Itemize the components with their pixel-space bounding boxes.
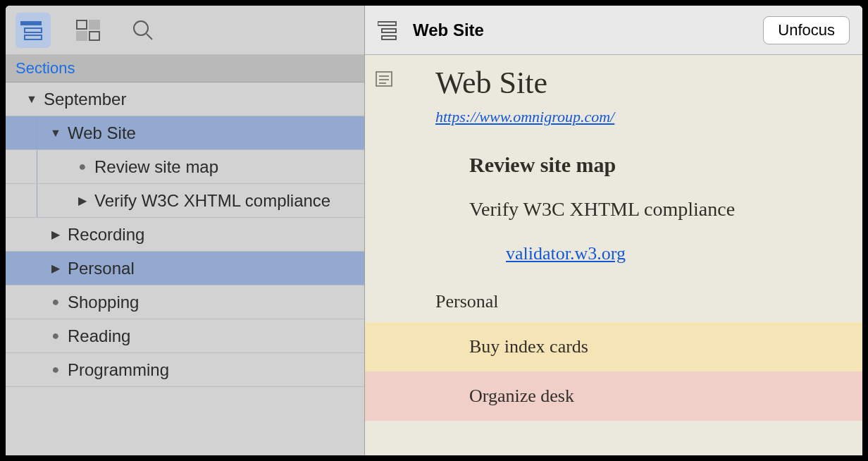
tree-label: Personal: [68, 259, 359, 278]
tree-label: September: [44, 90, 359, 109]
main-header-title: Web Site: [413, 20, 763, 40]
doc-url-row: https://www.omnigroup.com/: [365, 101, 862, 142]
svg-rect-10: [378, 22, 396, 25]
sections-view-button[interactable]: [16, 13, 51, 48]
bullet-icon: ●: [48, 362, 63, 377]
main-pane: Web Site Unfocus Web Site https://www.om…: [365, 6, 862, 455]
validator-link[interactable]: validator.w3.org: [506, 243, 626, 264]
disclosure-right-icon[interactable]: ▶: [48, 228, 63, 241]
section-personal[interactable]: Personal: [365, 284, 862, 322]
disclosure-right-icon[interactable]: ▶: [48, 262, 63, 275]
svg-rect-4: [77, 20, 87, 29]
sections-tree: ▼ September ▼ Web Site ● Review site map…: [6, 82, 364, 455]
svg-rect-12: [382, 36, 396, 39]
sections-header: Sections: [6, 55, 364, 82]
svg-rect-2: [25, 28, 42, 32]
svg-rect-1: [20, 21, 42, 25]
note-icon[interactable]: [375, 70, 393, 90]
bullet-icon: ●: [48, 295, 63, 309]
styles-icon: [76, 20, 100, 41]
sidebar: Sections ▼ September ▼ Web Site ● Review…: [6, 6, 365, 455]
bullet-icon: ●: [48, 328, 63, 343]
styles-view-button[interactable]: [70, 13, 106, 48]
search-icon: [132, 19, 154, 42]
item-buy-index-cards[interactable]: Buy index cards: [365, 322, 862, 371]
tree-row-shopping[interactable]: ● Shopping: [6, 285, 364, 319]
item-organize-desk[interactable]: Organize desk: [365, 371, 862, 421]
validator-link-row: validator.w3.org: [365, 230, 862, 284]
disclosure-right-icon[interactable]: ▶: [75, 194, 90, 207]
sidebar-toolbar: [6, 6, 364, 55]
document-content[interactable]: Web Site https://www.omnigroup.com/ Revi…: [365, 55, 862, 455]
svg-rect-3: [25, 35, 42, 39]
tree-label: Shopping: [68, 293, 359, 312]
svg-point-8: [134, 21, 148, 35]
svg-line-9: [147, 34, 152, 39]
tree-label: Review site map: [94, 157, 359, 177]
tree-label: Verify W3C XHTML compliance: [94, 191, 359, 211]
tree-row-recording[interactable]: ▶ Recording: [6, 218, 364, 252]
svg-rect-7: [89, 32, 99, 40]
tree-label: Web Site: [68, 123, 359, 143]
app-window: Sections ▼ September ▼ Web Site ● Review…: [6, 6, 862, 455]
main-header: Web Site Unfocus: [365, 6, 862, 55]
sections-header-label: Sections: [16, 59, 75, 77]
disclosure-down-icon[interactable]: ▼: [48, 127, 63, 140]
tree-row-reading[interactable]: ● Reading: [6, 319, 364, 353]
search-button[interactable]: [125, 13, 161, 48]
svg-rect-5: [89, 20, 99, 29]
sections-icon: [20, 20, 46, 41]
bullet-icon: ●: [75, 159, 90, 174]
outline-icon: [378, 20, 400, 40]
svg-rect-6: [77, 32, 87, 40]
heading-review[interactable]: Review site map: [365, 142, 862, 188]
tree-row-web-site[interactable]: ▼ Web Site: [6, 116, 364, 150]
tree-label: Reading: [68, 326, 359, 346]
doc-title[interactable]: Web Site: [365, 55, 862, 101]
disclosure-down-icon[interactable]: ▼: [24, 93, 39, 106]
doc-url-link[interactable]: https://www.omnigroup.com/: [435, 108, 614, 125]
tree-row-programming[interactable]: ● Programming: [6, 353, 364, 387]
tree-row-review-site-map[interactable]: ● Review site map: [6, 150, 364, 184]
tree-row-september[interactable]: ▼ September: [6, 82, 364, 116]
tree-label: Recording: [68, 225, 359, 245]
heading-verify[interactable]: Verify W3C XHTML compliance: [365, 188, 862, 230]
unfocus-button[interactable]: Unfocus: [763, 16, 850, 44]
svg-rect-11: [382, 29, 396, 32]
tree-row-personal[interactable]: ▶ Personal: [6, 252, 364, 285]
tree-label: Programming: [68, 360, 359, 380]
tree-row-verify-w3c[interactable]: ▶ Verify W3C XHTML compliance: [6, 184, 364, 218]
